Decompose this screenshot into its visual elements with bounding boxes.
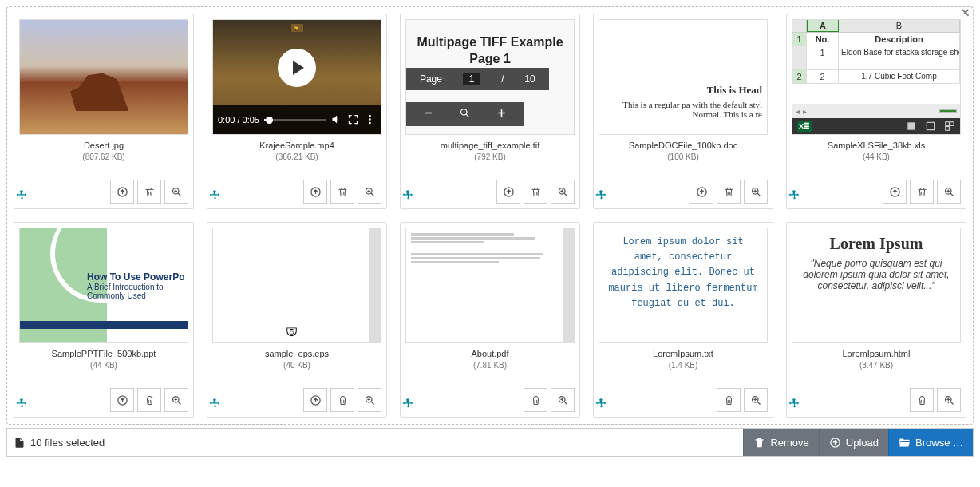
trash-button-icon[interactable] bbox=[717, 180, 741, 204]
zoom-button-icon[interactable] bbox=[937, 388, 961, 412]
zoom-button-icon[interactable] bbox=[744, 388, 768, 412]
zoom-button-icon[interactable] bbox=[551, 180, 575, 204]
zoom-button-icon[interactable] bbox=[937, 180, 961, 204]
footer-status: 10 files selected bbox=[7, 429, 743, 456]
svg-rect-21 bbox=[946, 122, 950, 126]
zoom-button-icon[interactable] bbox=[358, 180, 381, 204]
play-icon[interactable] bbox=[278, 49, 316, 87]
more-icon[interactable] bbox=[364, 113, 376, 127]
svg-point-11 bbox=[369, 121, 371, 124]
page-total: 10 bbox=[524, 73, 535, 85]
trash-button-icon[interactable] bbox=[330, 180, 354, 204]
file-name: LoremIpsum.txt bbox=[599, 348, 768, 360]
html-heading: Lorem Ipsum bbox=[802, 235, 950, 253]
file-card: About.pdf (7.81 KB) bbox=[400, 222, 580, 418]
video-progress[interactable] bbox=[264, 119, 326, 121]
file-actions bbox=[212, 388, 381, 412]
upload-button[interactable]: Upload bbox=[819, 429, 888, 456]
file-actions bbox=[212, 180, 381, 204]
file-size: (44 KB) bbox=[792, 152, 961, 163]
file-caption: SampleDOCFile_100kb.doc (100 KB) bbox=[599, 140, 768, 163]
file-actions bbox=[792, 180, 961, 204]
move-icon[interactable] bbox=[788, 189, 803, 204]
trash-button-icon[interactable] bbox=[524, 388, 547, 412]
file-actions bbox=[19, 180, 188, 204]
zoom-button-icon[interactable] bbox=[744, 180, 768, 204]
trash-button-icon[interactable] bbox=[910, 180, 934, 204]
zoom-fit-icon[interactable] bbox=[459, 107, 471, 121]
trash-button-icon[interactable] bbox=[137, 180, 161, 204]
file-drop-zone[interactable]: × Desert.jpg (807.62 KB) 0:00 / 0:05 Kra bbox=[6, 6, 974, 425]
move-icon[interactable] bbox=[16, 398, 30, 412]
file-actions bbox=[599, 388, 768, 412]
browse-label: Browse … bbox=[915, 437, 963, 449]
file-card: Multipage TIFF Example Page 1 Page 1 / 1… bbox=[400, 14, 580, 209]
video-time: 0:00 / 0:05 bbox=[218, 115, 259, 125]
move-icon[interactable] bbox=[16, 189, 30, 204]
zoom-button-icon[interactable] bbox=[164, 388, 188, 412]
remove-label: Remove bbox=[770, 437, 808, 449]
file-actions bbox=[599, 180, 768, 204]
upload-button-icon[interactable] bbox=[690, 180, 713, 204]
trash-button-icon[interactable] bbox=[137, 388, 161, 412]
file-size: (1.4 KB) bbox=[599, 360, 768, 371]
page-current[interactable]: 1 bbox=[463, 73, 481, 85]
xls-col-a: A bbox=[807, 20, 839, 32]
xls-statusbar: X≣ bbox=[792, 118, 960, 134]
file-size: (7.81 KB) bbox=[405, 360, 575, 371]
file-thumbnails-grid: Desert.jpg (807.62 KB) 0:00 / 0:05 Kraje… bbox=[14, 14, 966, 418]
browse-button[interactable]: Browse … bbox=[888, 429, 973, 456]
upload-button-icon[interactable] bbox=[496, 180, 520, 204]
move-icon[interactable] bbox=[595, 189, 610, 204]
svg-point-7 bbox=[294, 29, 295, 30]
svg-rect-20 bbox=[927, 122, 934, 129]
fullscreen-icon[interactable] bbox=[347, 113, 359, 127]
file-card: sample_eps.eps (40 KB) bbox=[207, 222, 387, 418]
zoom-button-icon[interactable] bbox=[551, 388, 575, 412]
move-icon[interactable] bbox=[402, 398, 417, 412]
pdf-zoom-toolbar[interactable] bbox=[406, 102, 524, 126]
trash-button-icon[interactable] bbox=[910, 388, 934, 412]
zoom-button-icon[interactable] bbox=[164, 180, 188, 204]
zoom-out-icon[interactable] bbox=[422, 107, 434, 121]
upload-button-icon[interactable] bbox=[110, 180, 134, 204]
file-card: 0:00 / 0:05 KrajeeSample.mp4 (366.21 KB) bbox=[207, 14, 387, 209]
move-icon[interactable] bbox=[209, 189, 223, 204]
move-icon[interactable] bbox=[595, 398, 610, 412]
file-size: (807.62 KB) bbox=[19, 152, 188, 163]
file-size: (100 KB) bbox=[599, 152, 768, 163]
upload-button-icon[interactable] bbox=[303, 180, 327, 204]
thumbnail-preview bbox=[405, 228, 575, 343]
zoom-button-icon[interactable] bbox=[358, 388, 381, 412]
file-name: SamplePPTFile_500kb.ppt bbox=[19, 348, 188, 360]
volume-icon[interactable] bbox=[330, 113, 342, 127]
thumbnail-preview[interactable]: 0:00 / 0:05 bbox=[212, 19, 381, 135]
trash-button-icon[interactable] bbox=[524, 180, 547, 204]
zoom-in-icon[interactable] bbox=[496, 107, 508, 121]
thumbnail-preview bbox=[19, 19, 188, 135]
file-name: multipage_tiff_example.tif bbox=[405, 140, 575, 152]
remove-button[interactable]: Remove bbox=[743, 429, 818, 456]
file-caption: LoremIpsum.html (3.47 KB) bbox=[792, 348, 961, 371]
page-sep: / bbox=[501, 73, 504, 85]
move-icon[interactable] bbox=[209, 398, 223, 412]
file-icon bbox=[14, 437, 26, 449]
trash-button-icon[interactable] bbox=[717, 388, 741, 412]
svg-point-14 bbox=[460, 109, 467, 115]
pdf-page-toolbar[interactable]: Page 1 / 10 bbox=[406, 68, 549, 90]
doc-body: This is a regular pa with the default st… bbox=[615, 100, 762, 119]
svg-rect-3 bbox=[291, 20, 303, 24]
upload-button-icon[interactable] bbox=[110, 388, 134, 412]
file-name: KrajeeSample.mp4 bbox=[212, 140, 381, 152]
move-icon[interactable] bbox=[402, 189, 417, 204]
html-body: "Neque porro quisquam est qui dolorem ip… bbox=[802, 258, 950, 291]
video-controls[interactable]: 0:00 / 0:05 bbox=[213, 105, 381, 134]
trash-button-icon[interactable] bbox=[330, 388, 354, 412]
upload-button-icon[interactable] bbox=[883, 180, 907, 204]
txt-content: Lorem ipsum dolor sit amet, consectetur … bbox=[599, 228, 767, 342]
move-icon[interactable] bbox=[788, 398, 803, 412]
upload-button-icon[interactable] bbox=[303, 388, 327, 412]
file-card: A B 1No.Description 1Eldon Base for stac… bbox=[786, 14, 966, 209]
upload-label: Upload bbox=[846, 437, 879, 449]
file-actions bbox=[792, 388, 961, 412]
